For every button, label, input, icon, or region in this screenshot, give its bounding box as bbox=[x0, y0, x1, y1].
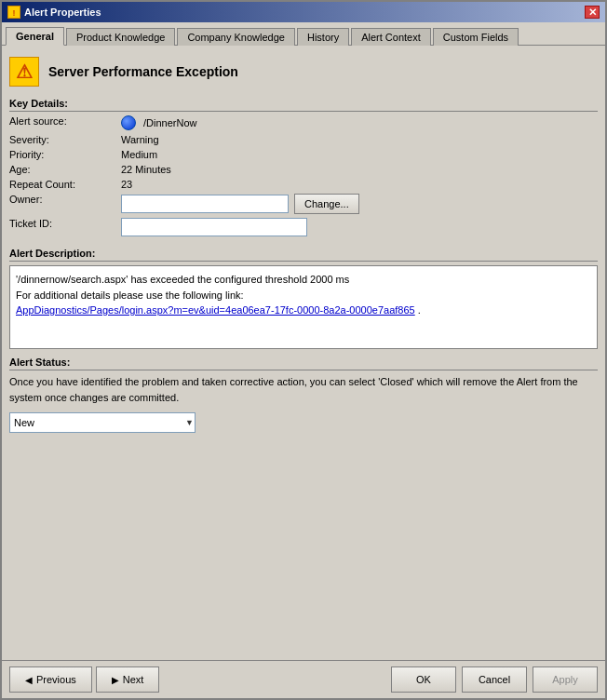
alert-title: Server Performance Exception bbox=[48, 64, 238, 79]
previous-button[interactable]: ◀ Previous bbox=[9, 666, 92, 693]
tab-product-knowledge[interactable]: Product Knowledge bbox=[66, 28, 175, 46]
nav-group: ◀ Previous ▶ Next bbox=[9, 666, 159, 693]
window-title: Alert Properties bbox=[24, 7, 101, 18]
key-details-label: Key Details: bbox=[9, 98, 598, 112]
priority-label: Priority: bbox=[9, 149, 121, 160]
tab-custom-fields[interactable]: Custom Fields bbox=[433, 28, 519, 46]
description-link[interactable]: AppDiagnostics/Pages/login.aspx?m=ev&uid… bbox=[16, 304, 415, 316]
bottom-bar: ◀ Previous ▶ Next OK Cancel Apply bbox=[2, 660, 605, 698]
tab-alert-context[interactable]: Alert Context bbox=[351, 28, 431, 46]
key-details-section: Key Details: Alert source: /DinnerNow Se… bbox=[9, 98, 598, 240]
ticket-id-input[interactable] bbox=[121, 218, 307, 236]
source-label: Alert source: bbox=[9, 115, 121, 130]
description-line2: For additional details please use the fo… bbox=[16, 288, 591, 303]
status-label: Alert Status: bbox=[9, 357, 598, 370]
owner-row: Change... bbox=[121, 194, 598, 214]
previous-arrow-icon: ◀ bbox=[25, 675, 33, 685]
severity-label: Severity: bbox=[9, 134, 121, 145]
repeat-count-value: 23 bbox=[121, 179, 598, 190]
apply-button[interactable]: Apply bbox=[533, 666, 598, 693]
next-button[interactable]: ▶ Next bbox=[96, 666, 160, 693]
action-group: OK Cancel Apply bbox=[391, 666, 598, 693]
alert-warning-icon: ⚠ bbox=[9, 57, 39, 87]
next-arrow-icon: ▶ bbox=[112, 675, 119, 685]
owner-input[interactable] bbox=[121, 195, 289, 213]
title-bar-text: ! Alert Properties bbox=[7, 6, 101, 19]
ticket-id-label: Ticket ID: bbox=[9, 218, 121, 236]
alert-header: ⚠ Server Performance Exception bbox=[9, 53, 598, 90]
description-label: Alert Description: bbox=[9, 248, 598, 262]
main-content: ⚠ Server Performance Exception Key Detai… bbox=[2, 46, 605, 660]
cancel-button[interactable]: Cancel bbox=[462, 666, 527, 693]
window-icon: ! bbox=[7, 6, 20, 19]
status-select-wrapper: New Acknowledged Closed ▼ bbox=[9, 412, 196, 433]
owner-label: Owner: bbox=[9, 194, 121, 214]
description-line1: '/dinnernow/search.aspx' has exceeded th… bbox=[16, 272, 591, 288]
age-value: 22 Minutes bbox=[121, 164, 598, 175]
source-row: /DinnerNow bbox=[121, 115, 598, 130]
status-dropdown-row: New Acknowledged Closed ▼ bbox=[9, 412, 598, 433]
description-period: . bbox=[418, 304, 421, 316]
description-section: Alert Description: '/dinnernow/search.as… bbox=[9, 248, 598, 349]
details-table: Alert source: /DinnerNow Severity: Warni… bbox=[9, 115, 598, 236]
source-icon bbox=[121, 115, 136, 130]
age-label: Age: bbox=[9, 164, 121, 175]
repeat-count-label: Repeat Count: bbox=[9, 179, 121, 190]
status-select[interactable]: New Acknowledged Closed bbox=[9, 412, 196, 433]
tab-general[interactable]: General bbox=[6, 27, 64, 46]
ok-button[interactable]: OK bbox=[391, 666, 456, 693]
tabs-bar: General Product Knowledge Company Knowle… bbox=[2, 22, 605, 46]
previous-label: Previous bbox=[36, 674, 76, 685]
change-button[interactable]: Change... bbox=[294, 194, 359, 214]
tab-history[interactable]: History bbox=[297, 28, 349, 46]
tab-company-knowledge[interactable]: Company Knowledge bbox=[177, 28, 295, 46]
ticket-id-row bbox=[121, 218, 598, 236]
priority-value: Medium bbox=[121, 149, 598, 160]
description-box: '/dinnernow/search.aspx' has exceeded th… bbox=[9, 265, 598, 349]
next-label: Next bbox=[123, 674, 144, 685]
severity-value: Warning bbox=[121, 134, 598, 145]
source-value: /DinnerNow bbox=[143, 117, 196, 128]
status-section: Alert Status: Once you have identified t… bbox=[9, 357, 598, 433]
close-button[interactable]: ✕ bbox=[585, 6, 600, 19]
title-bar: ! Alert Properties ✕ bbox=[2, 2, 605, 22]
alert-properties-window: ! Alert Properties ✕ General Product Kno… bbox=[0, 0, 607, 700]
status-text: Once you have identified the problem and… bbox=[9, 374, 598, 405]
